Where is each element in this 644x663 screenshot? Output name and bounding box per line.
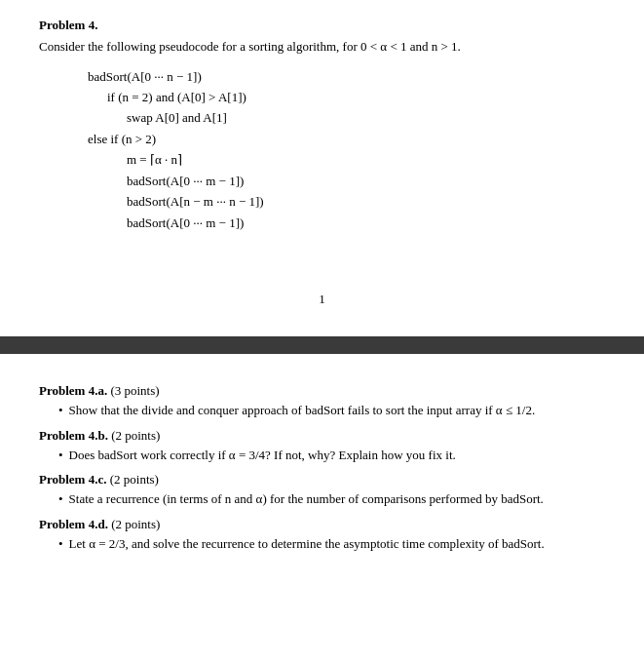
problem-4d-bullet-item: • Let α = 2/3, and solve the recurrence … [58, 534, 605, 554]
code-line-4: else if (n > 2) [88, 129, 605, 149]
bullet-dot-4a: • [58, 401, 63, 420]
code-line-5: m = ⌈α · n⌉ [127, 149, 605, 170]
problem-4d-label: Problem 4.d. [39, 517, 108, 531]
code-line-6: badSort(A[0 ··· m − 1]) [127, 171, 605, 191]
problem-4d-bullet-text: Let α = 2/3, and solve the recurrence to… [69, 534, 605, 554]
page-number: 1 [39, 233, 605, 327]
problem-4d-section: Problem 4.d. (2 points) • Let α = 2/3, a… [39, 517, 605, 554]
bullet-dot-4b: • [58, 446, 63, 465]
page-bottom: Problem 4.a. (3 points) • Show that the … [0, 354, 644, 580]
problem-4c-section: Problem 4.c. (2 points) • State a recurr… [39, 472, 605, 509]
problem-4c-label: Problem 4.c. [39, 472, 106, 487]
code-line-2: if (n = 2) and (A[0] > A[1]) [107, 87, 605, 107]
problem-4b-label: Problem 4.b. [39, 428, 108, 443]
problem-4a-section: Problem 4.a. (3 points) • Show that the … [39, 383, 605, 420]
code-line-8: badSort(A[0 ··· m − 1]) [127, 213, 605, 233]
problem-4c-points: (2 points) [106, 472, 158, 487]
problem-4c-bullet-text: State a recurrence (in terms of n and α)… [69, 489, 605, 509]
divider-bar [0, 336, 644, 354]
problem-4b-points: (2 points) [108, 428, 160, 443]
problem-title: Problem 4. [39, 18, 605, 33]
problem-4b-section: Problem 4.b. (2 points) • Does badSort w… [39, 428, 605, 465]
problem-4b-bullet-text: Does badSort work correctly if α = 3/4? … [69, 446, 605, 465]
bullet-dot-4c: • [58, 489, 63, 509]
problem-4a-points: (3 points) [107, 383, 159, 398]
code-line-7: badSort(A[n − m ··· n − 1]) [127, 191, 605, 212]
code-line-1: badSort(A[0 ··· n − 1]) [88, 66, 605, 87]
problem-4a-bullet-text: Show that the divide and conquer approac… [69, 401, 605, 420]
problem-4d-points: (2 points) [108, 517, 160, 531]
bullet-dot-4d: • [58, 534, 63, 554]
problem-4c-bullet-item: • State a recurrence (in terms of n and … [58, 489, 605, 509]
code-line-3: swap A[0] and A[1] [127, 107, 605, 128]
problem-4a-bullet-item: • Show that the divide and conquer appro… [58, 401, 605, 420]
page-top: Problem 4. Consider the following pseudo… [0, 0, 644, 336]
problem-4b-bullet-item: • Does badSort work correctly if α = 3/4… [58, 446, 605, 465]
pseudocode-block: badSort(A[0 ··· n − 1]) if (n = 2) and (… [88, 66, 605, 234]
problem-4a-label: Problem 4.a. [39, 383, 107, 398]
intro-text: Consider the following pseudocode for a … [39, 37, 605, 57]
